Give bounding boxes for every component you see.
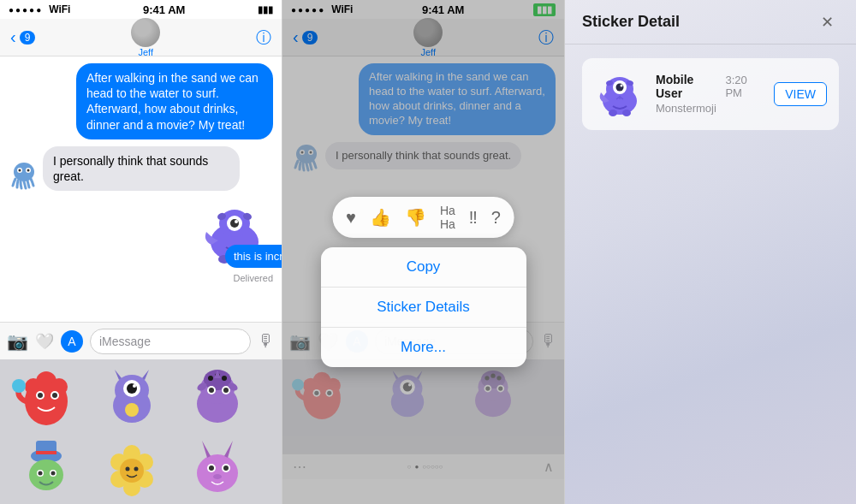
svg-point-58 (197, 454, 238, 492)
avatar (131, 18, 160, 47)
svg-point-36 (209, 388, 214, 393)
phone-panel-left: ●●●●● WiFi 9:41 AM ▮▮▮ ‹ 9 Jeff ⓘ After … (0, 0, 282, 504)
detail-username: Mobile User (656, 73, 718, 100)
sticker-cell-5[interactable] (91, 434, 173, 499)
input-placeholder: iMessage (99, 335, 151, 348)
svg-point-62 (223, 465, 229, 471)
heart-icon[interactable]: 🤍 (35, 332, 54, 351)
svg-point-48 (51, 471, 56, 475)
sticker-bubble-text: this is incredible. (225, 245, 282, 268)
sticker-detail-card: Mobile User 3:20 PM Monstermoji VIEW (582, 58, 839, 130)
info-button[interactable]: ⓘ (256, 27, 271, 48)
close-button[interactable]: ✕ (815, 10, 839, 34)
contact-name: Jeff (138, 47, 153, 57)
message-text: I personally think that sounds great. (53, 153, 229, 184)
svg-rect-42 (36, 441, 56, 458)
reaction-exclaim[interactable]: ‼ (469, 208, 478, 228)
svg-point-38 (223, 388, 229, 393)
svg-point-63 (213, 474, 222, 479)
message-input[interactable]: iMessage (90, 329, 251, 354)
view-button[interactable]: VIEW (774, 82, 827, 106)
status-time: 9:41 AM (143, 3, 185, 16)
inline-sticker-octopus (9, 160, 39, 191)
svg-point-4 (27, 169, 30, 172)
svg-point-34 (222, 376, 227, 381)
svg-point-32 (208, 376, 213, 381)
svg-point-55 (120, 459, 144, 483)
sticker-cell-4[interactable] (5, 434, 87, 499)
svg-point-27 (133, 384, 136, 388)
svg-point-46 (39, 471, 43, 475)
context-more[interactable]: More... (321, 328, 526, 367)
sticker-grid-left (0, 359, 282, 504)
status-left: ●●●●● WiFi (9, 3, 70, 15)
svg-rect-43 (36, 451, 56, 454)
detail-header: Sticker Detail ✕ (565, 0, 856, 44)
messages-area-left: After walking in the sand we can head to… (0, 56, 282, 322)
svg-point-97 (621, 85, 623, 87)
appstore-icon[interactable]: A (61, 330, 83, 353)
status-right: ▮▮▮ (258, 4, 273, 15)
context-sticker-details[interactable]: Sticker Details (321, 288, 526, 328)
message-row-in: I personally think that sounds great. (9, 146, 273, 191)
reaction-thumbsdown[interactable]: 👎 (405, 207, 426, 228)
sticker-cell-6[interactable] (176, 434, 259, 499)
svg-point-96 (616, 84, 624, 92)
svg-point-19 (38, 393, 43, 398)
svg-point-8 (230, 219, 239, 228)
sticker-info: Mobile User 3:20 PM Monstermoji (656, 73, 764, 116)
sticker-detail-panel: Sticker Detail ✕ (565, 0, 856, 504)
context-copy[interactable]: Copy (321, 247, 526, 288)
sticker-message: this is incredible. (196, 198, 273, 270)
sticker-cell-1[interactable] (5, 365, 87, 430)
reaction-thumbsup[interactable]: 👍 (370, 207, 391, 228)
detail-timestamp: 3:20 PM (725, 74, 764, 99)
contact-info[interactable]: Jeff (131, 18, 160, 57)
message-text: After walking in the sand we can head to… (86, 71, 259, 132)
phone-panel-middle: ●●●●● WiFi 9:41 AM ▮▮▮ ‹ 9 Jeff ⓘ (282, 0, 565, 504)
reaction-haha[interactable]: HaHa (440, 204, 455, 231)
context-menu: Copy Sticker Details More... (321, 247, 526, 367)
svg-point-100 (609, 110, 617, 116)
delivered-status: Delivered (9, 273, 273, 283)
svg-point-56 (126, 466, 130, 471)
nav-bar-left: ‹ 9 Jeff ⓘ (0, 19, 282, 56)
svg-point-44 (29, 460, 63, 490)
close-icon: ✕ (821, 13, 834, 32)
message-bubble-in-1: I personally think that sounds great. (43, 146, 240, 191)
wifi-icon: WiFi (49, 3, 70, 15)
svg-point-57 (134, 466, 139, 471)
reaction-heart[interactable]: ♥ (346, 208, 356, 228)
input-bar-left: 📷 🤍 A iMessage 🎙 (0, 322, 282, 359)
svg-point-21 (52, 393, 57, 398)
sticker-thumbnail (594, 68, 645, 120)
svg-point-28 (125, 403, 139, 417)
signal-indicator: ●●●●● (9, 5, 43, 15)
mic-icon[interactable]: 🎙 (258, 331, 275, 351)
back-count-badge: 9 (20, 31, 36, 44)
reaction-bar[interactable]: ♥ 👍 👎 HaHa ‼ ? (332, 197, 514, 238)
sticker-cell-2[interactable] (91, 365, 173, 430)
reaction-question[interactable]: ? (491, 208, 501, 228)
message-bubble-out-1: After walking in the sand we can head to… (76, 63, 273, 139)
battery-icon: ▮▮▮ (258, 4, 273, 15)
svg-point-60 (209, 465, 214, 471)
svg-point-2 (19, 169, 21, 172)
svg-point-22 (12, 379, 26, 393)
camera-icon[interactable]: 📷 (7, 331, 28, 352)
detail-title: Sticker Detail (582, 13, 680, 31)
status-bar-left: ●●●●● WiFi 9:41 AM ▮▮▮ (0, 0, 282, 19)
sticker-cell-3[interactable] (176, 365, 259, 430)
back-button[interactable]: ‹ 9 (10, 27, 35, 47)
svg-point-101 (622, 110, 631, 116)
svg-point-9 (235, 220, 238, 223)
back-chevron-icon: ‹ (10, 27, 16, 47)
detail-packname: Monstermoji (656, 102, 716, 115)
